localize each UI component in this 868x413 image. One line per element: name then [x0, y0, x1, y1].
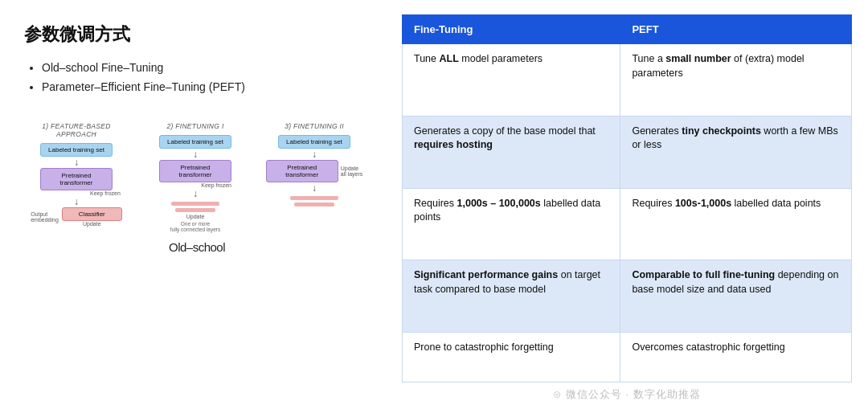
- bold-requires-hosting: requires hosting: [414, 139, 493, 150]
- table-row: Prone to catastrophic forgetting Overcom…: [403, 333, 852, 382]
- labeled-set-3: Labeled training set: [278, 135, 350, 149]
- pretrained-3: Pretrained transformer: [266, 160, 338, 182]
- labeled-set-1: Labeled training set: [40, 143, 113, 157]
- left-panel: 参数微调方式 Old–school Fine–Tuning Parameter–…: [0, 0, 394, 413]
- labeled-set-2: Labeled training set: [159, 135, 231, 149]
- table-header-row: Fine-Tuning PEFT: [403, 15, 852, 44]
- col3-label: 3) Finetuning II: [285, 122, 344, 130]
- header-fine-tuning: Fine-Tuning: [403, 15, 620, 44]
- diagram-caption: Old–school: [24, 240, 370, 254]
- row4-col2: Comparable to full fine-tuning depending…: [620, 260, 852, 333]
- right-panel: Fine-Tuning PEFT Tune ALL model paramete…: [394, 0, 868, 413]
- watermark-icon: ⊙: [553, 388, 562, 400]
- arrow-1a: ↓: [74, 157, 79, 167]
- diagram-col-2: 2) Finetuning I Labeled training set ↓ P…: [143, 122, 248, 232]
- col3-inner: Labeled training set ↓ Pretrained transf…: [266, 135, 363, 206]
- brace-row-1: Pretrained transformer Keep frozen ↓ Out…: [31, 168, 122, 227]
- col1-boxes: Pretrained transformer Keep frozen ↓ Out…: [31, 168, 122, 227]
- dash-lines-3: [290, 196, 338, 206]
- bold-1000s: 1,000s – 100,000s: [457, 198, 541, 209]
- col2-inner: Labeled training set ↓ Pretrained transf…: [159, 135, 231, 232]
- bullet-item-1: Old–school Fine–Tuning: [42, 61, 370, 74]
- bullet-item-2: Parameter–Efficient Fine–Tuning (PEFT): [42, 80, 370, 93]
- table-row: Generates a copy of the base model that …: [403, 116, 852, 188]
- bold-significant: Significant performance gains: [414, 269, 558, 280]
- dash-2: [175, 208, 215, 212]
- bold-tiny-checkpoints: tiny checkpoints: [682, 125, 761, 137]
- table-row: Requires 1,000s – 100,000s labelled data…: [403, 188, 852, 260]
- row4-col1: Significant performance gains on target …: [403, 260, 620, 333]
- dash-3a: [290, 196, 338, 200]
- row3-col2: Requires 100s-1,000s labelled data point…: [620, 188, 852, 260]
- update-label-2: Update: [186, 214, 205, 219]
- col1-label: 1) Feature-based approach: [24, 122, 129, 138]
- bullet-list: Old–school Fine–Tuning Parameter–Efficie…: [24, 61, 370, 100]
- pretrained-1: Pretrained transformer: [40, 168, 113, 190]
- keep-frozen-2: Keep frozen: [201, 182, 231, 188]
- update-all: Updateall layers: [341, 166, 363, 177]
- classifier-row: Outputembedding Classifier Update: [31, 207, 122, 227]
- table-row: Tune ALL model parameters Tune a small n…: [403, 44, 852, 117]
- arrow-1b: ↓: [74, 197, 79, 206]
- bold-100s: 100s-1,000s: [675, 198, 731, 209]
- row5-col2: Overcomes catastrophic forgetting: [620, 333, 852, 382]
- pretrained-3-row: Pretrained transformer Updateall layers: [266, 160, 363, 182]
- row5-col1: Prone to catastrophic forgetting: [403, 333, 620, 382]
- diagram-col-1: 1) Feature-based approach Labeled traini…: [24, 122, 129, 227]
- bold-small-number: small number: [665, 53, 731, 64]
- keep-frozen-1: Keep frozen: [90, 190, 121, 196]
- header-peft: PEFT: [620, 15, 852, 44]
- dash-1: [171, 202, 219, 206]
- arrow-2a: ↓: [193, 149, 198, 159]
- classifier-box: Classifier: [62, 207, 122, 221]
- table-row: Significant performance gains on target …: [403, 260, 852, 333]
- bold-comparable: Comparable to full fine-tuning: [632, 269, 775, 280]
- row1-col2: Tune a small number of (extra) model par…: [620, 44, 852, 117]
- arrow-3b: ↓: [312, 183, 317, 193]
- diagram-area: 1) Feature-based approach Labeled traini…: [24, 122, 370, 232]
- output-embedding: Outputembedding: [31, 211, 59, 223]
- one-or-more: One or morefully connected layers: [170, 221, 221, 232]
- classifier-col: Classifier Update: [62, 207, 122, 227]
- arrow-3a: ↓: [312, 149, 317, 159]
- col2-label: 2) Finetuning I: [166, 122, 223, 130]
- dash-lines-2: [171, 202, 219, 212]
- watermark-text: 微信公众号 · 数字化助推器: [566, 388, 701, 400]
- diagram-col-3: 3) Finetuning II Labeled training set ↓ …: [262, 122, 366, 206]
- arrow-2b: ↓: [193, 189, 198, 198]
- pretrained-2: Pretrained transformer: [159, 160, 231, 182]
- main-title: 参数微调方式: [24, 22, 370, 47]
- watermark: ⊙ 微信公众号 · 数字化助推器: [402, 387, 852, 402]
- row2-col1: Generates a copy of the base model that …: [403, 116, 620, 188]
- comparison-table: Fine-Tuning PEFT Tune ALL model paramete…: [402, 14, 852, 382]
- col1-inner: Labeled training set ↓ Pretrained transf…: [31, 143, 122, 227]
- bold-all: ALL: [440, 53, 459, 64]
- update-label-1: Update: [83, 221, 101, 227]
- row1-col1: Tune ALL model parameters: [403, 44, 620, 117]
- row2-col2: Generates tiny checkpoints worth a few M…: [620, 116, 852, 188]
- dash-3b: [294, 202, 334, 206]
- row3-col1: Requires 1,000s – 100,000s labelled data…: [403, 188, 620, 260]
